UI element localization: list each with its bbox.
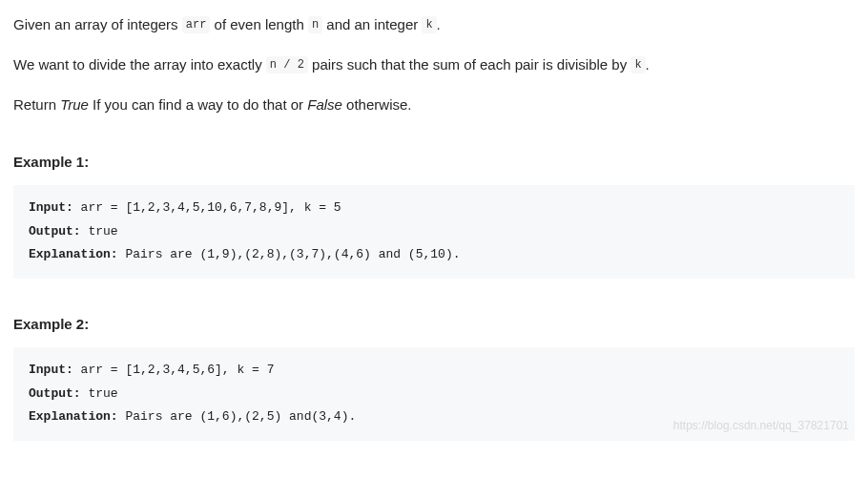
problem-paragraph-1: Given an array of integers arr of even l… (13, 13, 855, 36)
explanation-label: Explanation: (29, 409, 118, 424)
example-2-block: Input: arr = [1,2,3,4,5,6], k = 7 Output… (13, 347, 855, 441)
code-k: k (422, 16, 436, 33)
code-n: n (308, 16, 322, 33)
code-k: k (630, 56, 645, 73)
input-text: arr = [1,2,3,4,5,10,6,7,8,9], k = 5 (73, 200, 341, 215)
example-2-heading: Example 2: (13, 313, 855, 336)
example-1-heading: Example 1: (13, 151, 855, 174)
text: Return (13, 96, 60, 113)
code-n-half: n / 2 (266, 56, 308, 73)
keyword-true: True (60, 96, 89, 113)
output-label: Output: (29, 224, 81, 239)
output-text: true (81, 386, 118, 401)
explanation-text: Pairs are (1,9),(2,8),(3,7),(4,6) and (5… (118, 247, 461, 261)
text: . (646, 56, 650, 73)
keyword-false: False (307, 96, 342, 113)
text: pairs such that the sum of each pair is … (308, 56, 631, 73)
watermark-text: https://blog.csdn.net/qq_37821701 (673, 415, 849, 437)
text: and an integer (322, 16, 422, 32)
text: of even length (210, 16, 308, 32)
input-text: arr = [1,2,3,4,5,6], k = 7 (73, 363, 275, 377)
explanation-label: Explanation: (29, 247, 118, 261)
text: . (437, 16, 441, 32)
text: Given an array of integers (13, 16, 182, 32)
input-label: Input: (29, 363, 73, 377)
input-label: Input: (29, 200, 73, 215)
code-arr: arr (182, 16, 211, 33)
text: If you can find a way to do that or (89, 96, 307, 113)
example-1-block: Input: arr = [1,2,3,4,5,10,6,7,8,9], k =… (13, 185, 855, 279)
problem-paragraph-3: Return True If you can find a way to do … (13, 94, 855, 116)
text: otherwise. (342, 96, 412, 113)
text: We want to divide the array into exactly (13, 56, 266, 73)
explanation-text: Pairs are (1,6),(2,5) and(3,4). (118, 409, 357, 424)
output-label: Output: (29, 386, 81, 401)
output-text: true (81, 224, 118, 239)
problem-paragraph-2: We want to divide the array into exactly… (13, 53, 855, 76)
